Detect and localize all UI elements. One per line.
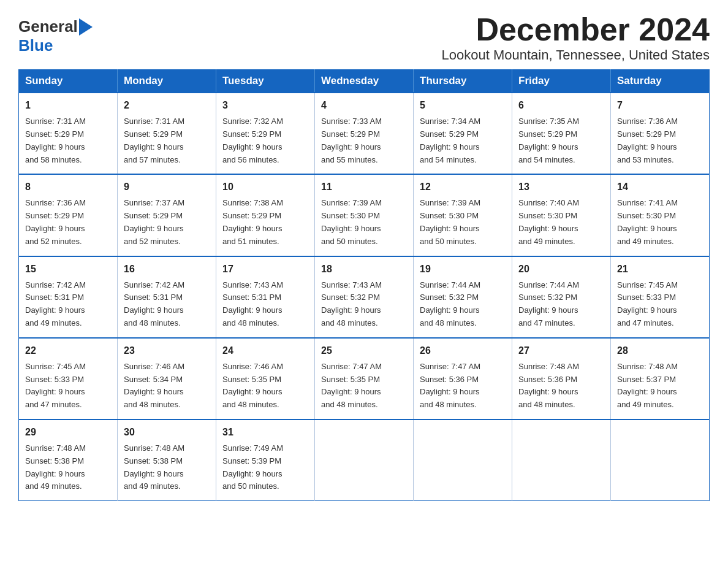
day-number: 14	[617, 180, 703, 194]
calendar-week-row: 15Sunrise: 7:42 AMSunset: 5:31 PMDayligh…	[19, 256, 710, 338]
calendar-table: SundayMondayTuesdayWednesdayThursdayFrid…	[18, 69, 710, 501]
day-number: 29	[25, 425, 111, 440]
day-number: 19	[420, 262, 506, 277]
calendar-header-friday: Friday	[512, 70, 611, 93]
day-number: 12	[420, 180, 506, 194]
calendar-day-cell: 10Sunrise: 7:38 AMSunset: 5:29 PMDayligh…	[216, 174, 315, 256]
logo-blue-text: Blue	[18, 36, 53, 55]
calendar-header-sunday: Sunday	[19, 70, 118, 93]
day-info: Sunrise: 7:44 AMSunset: 5:32 PMDaylight:…	[518, 279, 604, 330]
day-info: Sunrise: 7:33 AMSunset: 5:29 PMDaylight:…	[321, 115, 407, 166]
calendar-day-cell: 15Sunrise: 7:42 AMSunset: 5:31 PMDayligh…	[19, 256, 118, 338]
calendar-day-cell: 16Sunrise: 7:42 AMSunset: 5:31 PMDayligh…	[118, 256, 216, 338]
day-info: Sunrise: 7:48 AMSunset: 5:38 PMDaylight:…	[124, 442, 210, 493]
day-number: 1	[25, 98, 111, 113]
day-number: 22	[25, 343, 111, 358]
day-number: 21	[617, 262, 703, 277]
logo: General Blue	[18, 17, 93, 55]
day-info: Sunrise: 7:34 AMSunset: 5:29 PMDaylight:…	[420, 115, 506, 166]
day-info: Sunrise: 7:39 AMSunset: 5:30 PMDaylight:…	[321, 197, 407, 248]
day-number: 6	[518, 98, 604, 113]
day-number: 23	[124, 343, 210, 358]
day-info: Sunrise: 7:41 AMSunset: 5:30 PMDaylight:…	[617, 197, 703, 248]
day-number: 10	[222, 180, 308, 194]
day-info: Sunrise: 7:47 AMSunset: 5:35 PMDaylight:…	[321, 361, 407, 412]
calendar-day-cell: 7Sunrise: 7:36 AMSunset: 5:29 PMDaylight…	[611, 93, 710, 174]
calendar-week-row: 1Sunrise: 7:31 AMSunset: 5:29 PMDaylight…	[19, 93, 710, 174]
day-info: Sunrise: 7:35 AMSunset: 5:29 PMDaylight:…	[518, 115, 604, 166]
day-number: 11	[321, 180, 407, 194]
day-number: 17	[222, 262, 308, 277]
calendar-day-cell: 18Sunrise: 7:43 AMSunset: 5:32 PMDayligh…	[315, 256, 414, 338]
calendar-day-cell: 28Sunrise: 7:48 AMSunset: 5:37 PMDayligh…	[611, 338, 710, 419]
calendar-week-row: 8Sunrise: 7:36 AMSunset: 5:29 PMDaylight…	[19, 174, 710, 256]
calendar-day-cell: 3Sunrise: 7:32 AMSunset: 5:29 PMDaylight…	[216, 93, 315, 174]
day-number: 13	[518, 180, 604, 194]
calendar-day-cell: 25Sunrise: 7:47 AMSunset: 5:35 PMDayligh…	[315, 338, 414, 419]
day-number: 2	[124, 98, 210, 113]
day-info: Sunrise: 7:43 AMSunset: 5:32 PMDaylight:…	[321, 279, 407, 330]
day-number: 31	[222, 425, 308, 440]
page-title: December 2024	[442, 12, 710, 47]
calendar-day-cell: 9Sunrise: 7:37 AMSunset: 5:29 PMDaylight…	[118, 174, 216, 256]
calendar-day-cell: 21Sunrise: 7:45 AMSunset: 5:33 PMDayligh…	[611, 256, 710, 338]
page-header: General Blue December 2024 Lookout Mount…	[18, 12, 710, 63]
day-info: Sunrise: 7:36 AMSunset: 5:29 PMDaylight:…	[25, 197, 111, 248]
day-info: Sunrise: 7:47 AMSunset: 5:36 PMDaylight:…	[420, 361, 506, 412]
calendar-day-cell: 12Sunrise: 7:39 AMSunset: 5:30 PMDayligh…	[414, 174, 512, 256]
calendar-day-cell: 14Sunrise: 7:41 AMSunset: 5:30 PMDayligh…	[611, 174, 710, 256]
calendar-day-cell	[512, 419, 611, 501]
calendar-day-cell: 17Sunrise: 7:43 AMSunset: 5:31 PMDayligh…	[216, 256, 315, 338]
calendar-day-cell: 11Sunrise: 7:39 AMSunset: 5:30 PMDayligh…	[315, 174, 414, 256]
day-info: Sunrise: 7:49 AMSunset: 5:39 PMDaylight:…	[222, 442, 308, 493]
calendar-day-cell: 13Sunrise: 7:40 AMSunset: 5:30 PMDayligh…	[512, 174, 611, 256]
day-number: 26	[420, 343, 506, 358]
day-number: 7	[617, 98, 703, 113]
day-number: 16	[124, 262, 210, 277]
calendar-day-cell: 31Sunrise: 7:49 AMSunset: 5:39 PMDayligh…	[216, 419, 315, 501]
day-number: 18	[321, 262, 407, 277]
day-number: 15	[25, 262, 111, 277]
day-number: 30	[124, 425, 210, 440]
day-info: Sunrise: 7:48 AMSunset: 5:38 PMDaylight:…	[25, 442, 111, 493]
day-info: Sunrise: 7:36 AMSunset: 5:29 PMDaylight:…	[617, 115, 703, 166]
calendar-week-row: 22Sunrise: 7:45 AMSunset: 5:33 PMDayligh…	[19, 338, 710, 419]
title-block: December 2024 Lookout Mountain, Tennesse…	[442, 12, 710, 63]
calendar-day-cell: 22Sunrise: 7:45 AMSunset: 5:33 PMDayligh…	[19, 338, 118, 419]
calendar-header-wednesday: Wednesday	[315, 70, 414, 93]
calendar-day-cell: 5Sunrise: 7:34 AMSunset: 5:29 PMDaylight…	[414, 93, 512, 174]
day-number: 8	[25, 180, 111, 194]
day-info: Sunrise: 7:31 AMSunset: 5:29 PMDaylight:…	[124, 115, 210, 166]
day-number: 3	[222, 98, 308, 113]
day-info: Sunrise: 7:45 AMSunset: 5:33 PMDaylight:…	[617, 279, 703, 330]
calendar-day-cell	[414, 419, 512, 501]
day-number: 9	[124, 180, 210, 194]
calendar-day-cell	[611, 419, 710, 501]
day-info: Sunrise: 7:40 AMSunset: 5:30 PMDaylight:…	[518, 197, 604, 248]
day-info: Sunrise: 7:43 AMSunset: 5:31 PMDaylight:…	[222, 279, 308, 330]
day-number: 25	[321, 343, 407, 358]
calendar-day-cell: 30Sunrise: 7:48 AMSunset: 5:38 PMDayligh…	[118, 419, 216, 501]
day-number: 4	[321, 98, 407, 113]
day-number: 28	[617, 343, 703, 358]
calendar-day-cell: 23Sunrise: 7:46 AMSunset: 5:34 PMDayligh…	[118, 338, 216, 419]
calendar-day-cell: 1Sunrise: 7:31 AMSunset: 5:29 PMDaylight…	[19, 93, 118, 174]
logo-general-text: General	[18, 17, 78, 36]
day-info: Sunrise: 7:38 AMSunset: 5:29 PMDaylight:…	[222, 197, 308, 248]
calendar-header-monday: Monday	[118, 70, 216, 93]
calendar-day-cell: 2Sunrise: 7:31 AMSunset: 5:29 PMDaylight…	[118, 93, 216, 174]
day-number: 24	[222, 343, 308, 358]
calendar-day-cell: 26Sunrise: 7:47 AMSunset: 5:36 PMDayligh…	[414, 338, 512, 419]
calendar-day-cell: 6Sunrise: 7:35 AMSunset: 5:29 PMDaylight…	[512, 93, 611, 174]
calendar-day-cell: 20Sunrise: 7:44 AMSunset: 5:32 PMDayligh…	[512, 256, 611, 338]
calendar-header-saturday: Saturday	[611, 70, 710, 93]
day-info: Sunrise: 7:32 AMSunset: 5:29 PMDaylight:…	[222, 115, 308, 166]
day-number: 20	[518, 262, 604, 277]
calendar-day-cell: 27Sunrise: 7:48 AMSunset: 5:36 PMDayligh…	[512, 338, 611, 419]
logo-arrow-icon	[79, 18, 93, 36]
day-number: 27	[518, 343, 604, 358]
day-number: 5	[420, 98, 506, 113]
svg-marker-0	[79, 18, 93, 36]
calendar-day-cell: 19Sunrise: 7:44 AMSunset: 5:32 PMDayligh…	[414, 256, 512, 338]
calendar-week-row: 29Sunrise: 7:48 AMSunset: 5:38 PMDayligh…	[19, 419, 710, 501]
